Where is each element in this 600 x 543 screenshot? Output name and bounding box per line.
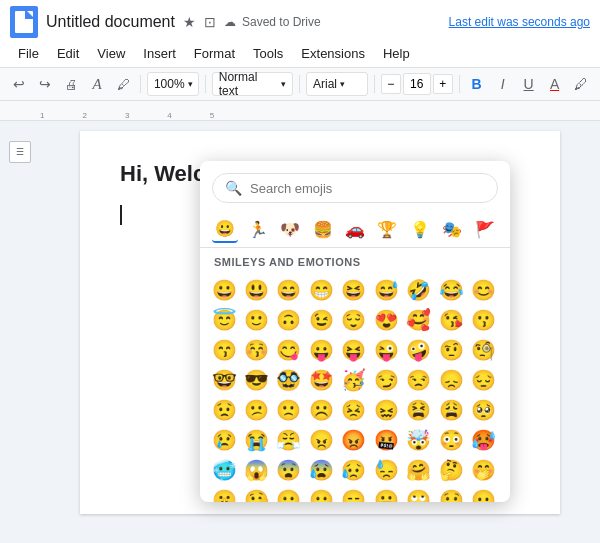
emoji-cell[interactable]: 🤨 [437, 336, 465, 364]
menu-file[interactable]: File [10, 42, 47, 65]
emoji-cell[interactable]: 🥳 [340, 366, 368, 394]
emoji-cell[interactable]: 😬 [372, 486, 400, 502]
emoji-cell[interactable]: 🥶 [210, 456, 238, 484]
last-edit-link[interactable]: Last edit was seconds ago [449, 15, 590, 29]
emoji-cell[interactable]: 😛 [307, 336, 335, 364]
emoji-cell[interactable]: 😳 [437, 426, 465, 454]
emoji-cell[interactable]: 😠 [307, 426, 335, 454]
emoji-cell[interactable]: 😀 [210, 276, 238, 304]
emoji-cell[interactable]: 😐 [307, 486, 335, 502]
emoji-cell[interactable]: 🤫 [210, 486, 238, 502]
text-color-button[interactable]: A [544, 72, 566, 96]
emoji-cell[interactable]: 😡 [340, 426, 368, 454]
cloud-icon[interactable]: ☁ [222, 13, 238, 31]
category-symbols[interactable]: 🎭 [439, 215, 465, 243]
sidebar-outline-icon[interactable]: ☰ [9, 141, 31, 163]
emoji-cell[interactable]: 🤓 [210, 366, 238, 394]
emoji-cell[interactable]: 🙁 [275, 396, 303, 424]
emoji-cell[interactable]: 😃 [242, 276, 270, 304]
menu-insert[interactable]: Insert [135, 42, 184, 65]
emoji-cell[interactable]: 😣 [340, 396, 368, 424]
category-flags[interactable]: 🚩 [472, 215, 498, 243]
font-size-input[interactable] [403, 73, 431, 95]
emoji-cell[interactable]: 😗 [470, 306, 498, 334]
emoji-cell[interactable]: 😭 [242, 426, 270, 454]
undo-button[interactable]: ↩ [8, 72, 30, 96]
paint-format-button[interactable]: 🖊 [112, 72, 134, 96]
emoji-cell[interactable]: 🤬 [372, 426, 400, 454]
emoji-cell[interactable]: 😶 [275, 486, 303, 502]
menu-extensions[interactable]: Extensions [293, 42, 373, 65]
emoji-cell[interactable]: 😯 [437, 486, 465, 502]
zoom-select[interactable]: 100% ▾ [147, 72, 199, 96]
category-animals[interactable]: 🐶 [277, 215, 303, 243]
emoji-cell[interactable]: 😘 [437, 306, 465, 334]
star-icon[interactable]: ★ [181, 12, 198, 32]
emoji-cell[interactable]: 🤗 [405, 456, 433, 484]
emoji-cell[interactable]: 😨 [275, 456, 303, 484]
emoji-cell[interactable]: 😰 [307, 456, 335, 484]
emoji-cell[interactable]: 😱 [242, 456, 270, 484]
emoji-cell[interactable]: 🤭 [470, 456, 498, 484]
menu-view[interactable]: View [89, 42, 133, 65]
emoji-cell[interactable]: 😢 [210, 426, 238, 454]
emoji-cell[interactable]: 🥺 [470, 396, 498, 424]
emoji-cell[interactable]: 🥰 [405, 306, 433, 334]
font-size-decrease[interactable]: − [381, 74, 401, 94]
category-smileys[interactable]: 😀 [212, 215, 238, 243]
emoji-cell[interactable]: 😕 [242, 396, 270, 424]
highlight-button[interactable]: 🖊 [570, 72, 592, 96]
menu-edit[interactable]: Edit [49, 42, 87, 65]
emoji-cell[interactable]: 😓 [372, 456, 400, 484]
emoji-cell[interactable]: 🧐 [470, 336, 498, 364]
emoji-cell[interactable]: 😫 [405, 396, 433, 424]
document-page[interactable]: Hi, Welcome to The Techviral! 🔍 😀 🏃 🐶 🍔 … [80, 131, 560, 514]
emoji-cell[interactable]: 😌 [340, 306, 368, 334]
emoji-cell[interactable]: 😆 [340, 276, 368, 304]
emoji-cell[interactable]: 😤 [275, 426, 303, 454]
emoji-cell[interactable]: 😝 [340, 336, 368, 364]
emoji-cell[interactable]: 😊 [470, 276, 498, 304]
emoji-cell[interactable]: 😔 [470, 366, 498, 394]
emoji-cell[interactable]: 😖 [372, 396, 400, 424]
emoji-cell[interactable]: 😟 [210, 396, 238, 424]
doc-title[interactable]: Untitled document [46, 13, 175, 31]
emoji-cell[interactable]: 😋 [275, 336, 303, 364]
emoji-cell[interactable]: 😏 [372, 366, 400, 394]
emoji-cell[interactable]: 🤩 [307, 366, 335, 394]
underline-button[interactable]: U [518, 72, 540, 96]
emoji-cell[interactable]: 🙃 [275, 306, 303, 334]
emoji-cell[interactable]: 😅 [372, 276, 400, 304]
category-food[interactable]: 🍔 [309, 215, 335, 243]
emoji-search-input[interactable] [250, 181, 485, 196]
category-people[interactable]: 🏃 [244, 215, 270, 243]
category-objects[interactable]: 💡 [407, 215, 433, 243]
menu-format[interactable]: Format [186, 42, 243, 65]
redo-button[interactable]: ↪ [34, 72, 56, 96]
emoji-cell[interactable]: 😍 [372, 306, 400, 334]
emoji-cell[interactable]: 😦 [470, 486, 498, 502]
spellcheck-button[interactable]: A [86, 72, 108, 96]
style-select[interactable]: Normal text ▾ [212, 72, 293, 96]
emoji-cell[interactable]: 🥵 [470, 426, 498, 454]
print-button[interactable]: 🖨 [60, 72, 82, 96]
emoji-cell[interactable]: 🤔 [437, 456, 465, 484]
italic-button[interactable]: I [492, 72, 514, 96]
font-size-increase[interactable]: + [433, 74, 453, 94]
emoji-cell[interactable]: 🤥 [242, 486, 270, 502]
menu-tools[interactable]: Tools [245, 42, 291, 65]
page-area[interactable]: Hi, Welcome to The Techviral! 🔍 😀 🏃 🐶 🍔 … [40, 121, 600, 524]
emoji-cell[interactable]: 😄 [275, 276, 303, 304]
folder-icon[interactable]: ⊡ [202, 12, 218, 32]
emoji-cell[interactable]: 😒 [405, 366, 433, 394]
emoji-cell[interactable]: 😎 [242, 366, 270, 394]
emoji-cell[interactable]: 🤣 [405, 276, 433, 304]
emoji-cell[interactable]: 🙄 [405, 486, 433, 502]
emoji-cell[interactable]: ☹️ [307, 396, 335, 424]
emoji-cell[interactable]: 😞 [437, 366, 465, 394]
menu-help[interactable]: Help [375, 42, 418, 65]
emoji-cell[interactable]: 🤪 [405, 336, 433, 364]
emoji-cell[interactable]: 😉 [307, 306, 335, 334]
emoji-cell[interactable]: 😇 [210, 306, 238, 334]
emoji-cell[interactable]: 😥 [340, 456, 368, 484]
